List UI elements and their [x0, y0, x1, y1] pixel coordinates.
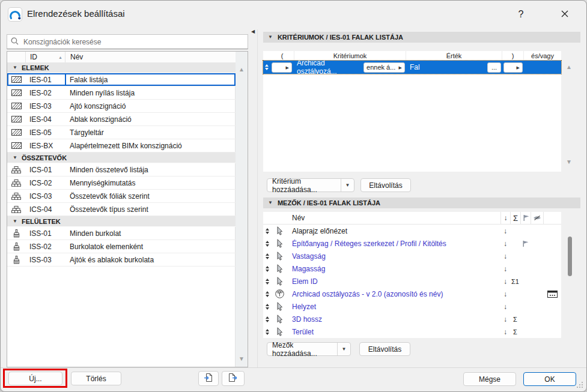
column-name[interactable]: Név	[65, 53, 236, 61]
drag-handle-icon[interactable]	[263, 228, 272, 234]
condition-dropdown[interactable]: ennek á... ▶	[363, 62, 405, 73]
criteria-row[interactable]: ▶ Archicad osztályozá... ennek á... ▶ Fa…	[263, 61, 561, 74]
delete-button[interactable]: Törlés	[71, 372, 121, 385]
sort-down-icon[interactable]: ↓	[500, 250, 510, 262]
flag-cell[interactable]	[520, 325, 531, 338]
value-text[interactable]: Fal	[410, 63, 420, 71]
list-item[interactable]: ICS-02 Mennyiségkimutatás	[7, 176, 236, 190]
resize-grip[interactable]	[576, 381, 583, 388]
scroll-up-icon[interactable]: ▲	[239, 67, 245, 73]
hidden-cell[interactable]	[531, 275, 543, 288]
list-item[interactable]: ISS-01 Minden burkolat	[7, 227, 236, 240]
sum-cell[interactable]	[510, 288, 520, 300]
remove-criterion-button[interactable]: Eltávolítás	[360, 178, 411, 192]
help-button[interactable]: ?	[511, 5, 531, 23]
display-options-icon[interactable]	[543, 288, 561, 300]
hidden-cell[interactable]	[531, 250, 543, 262]
flag-cell[interactable]	[520, 250, 531, 262]
hidden-cell[interactable]	[531, 225, 543, 237]
sum-cell[interactable]	[510, 225, 520, 237]
list-item[interactable]: IES-BX Alapértelmezett BIMx konszignáció	[7, 139, 236, 152]
list-item[interactable]: ICS-01 Minden összetevő listája	[7, 163, 236, 176]
criterion-value[interactable]: Archicad osztályozá...	[297, 59, 363, 76]
fields-panel-header[interactable]: ▼ MEZŐK / IES-01 FALAK LISTÁJA	[263, 198, 580, 208]
new-button[interactable]: Új...	[8, 372, 62, 385]
options-cell[interactable]	[543, 237, 561, 250]
schedule-list-scroll-gutter[interactable]	[235, 52, 248, 367]
collapse-panel-icon[interactable]: ◀	[251, 29, 255, 34]
list-item[interactable]: ICS-04 Összetevők típus szerint	[7, 203, 236, 216]
sort-down-icon[interactable]: ↓	[500, 237, 510, 250]
flag-cell[interactable]	[520, 262, 531, 275]
hidden-cell[interactable]	[531, 313, 543, 325]
hidden-cell[interactable]	[531, 237, 543, 250]
options-cell[interactable]	[543, 250, 561, 262]
criteria-panel-header[interactable]: ▼ KRITÉRIUMOK / IES-01 FALAK LISTÁJA	[263, 32, 580, 43]
hidden-cell[interactable]	[531, 300, 543, 313]
criteria-scroll-up-icon[interactable]: ▲	[566, 64, 572, 70]
search-input[interactable]	[22, 37, 244, 47]
remove-field-button[interactable]: Eltávolítás	[359, 342, 410, 356]
add-fields-button[interactable]: Mezők hozzáadása... ▼	[267, 342, 351, 356]
more-button[interactable]: ...	[487, 62, 501, 73]
drag-handle-icon[interactable]	[263, 266, 272, 272]
list-item[interactable]: IES-01 Falak listája	[7, 73, 236, 86]
hidden-cell[interactable]	[531, 325, 543, 338]
drag-handle-icon[interactable]	[263, 253, 272, 259]
scroll-down-icon[interactable]: ▼	[239, 356, 245, 362]
sort-down-icon[interactable]: ↓	[500, 313, 510, 325]
sum-cell[interactable]	[510, 300, 520, 313]
list-item[interactable]: ISS-03 Ajtók és ablakok burkolata	[7, 253, 236, 267]
ok-button[interactable]: OK	[523, 372, 576, 386]
cancel-button[interactable]: Mégse	[463, 372, 516, 386]
close-bracket-dropdown[interactable]: ▶	[503, 62, 523, 73]
list-item[interactable]: ICS-03 Összetevők fóliák szerint	[7, 190, 236, 203]
field-row[interactable]: Vastagság ↓	[263, 250, 561, 262]
import-button[interactable]	[198, 371, 219, 386]
drag-handle-icon[interactable]	[263, 329, 272, 335]
flag-cell[interactable]	[520, 300, 531, 313]
export-button[interactable]	[222, 371, 245, 386]
sum-cell[interactable]	[510, 237, 520, 250]
open-bracket-dropdown[interactable]: ▶	[272, 62, 292, 73]
flag-cell[interactable]	[520, 275, 531, 288]
add-fields-dropdown[interactable]: ▼	[338, 343, 350, 355]
field-row[interactable]: Építőanyag / Réteges szerkezet / Profil …	[263, 237, 561, 250]
sum-cell[interactable]	[510, 262, 520, 275]
options-cell[interactable]	[543, 275, 561, 288]
list-item[interactable]: IES-03 Ajtó konszignáció	[7, 100, 236, 113]
fields-scrollbar-thumb[interactable]	[568, 237, 572, 276]
drag-handle-icon[interactable]	[263, 291, 272, 297]
section-elemek[interactable]: ▼ELEMEK	[7, 62, 236, 73]
sum-cell[interactable]: Σ	[510, 313, 520, 325]
column-id[interactable]: ID ▲	[26, 52, 65, 62]
list-item[interactable]: IES-04 Ablak konszignáció	[7, 113, 236, 126]
sort-down-icon[interactable]: ↓	[500, 275, 510, 288]
options-cell[interactable]	[543, 313, 561, 325]
flag-cell[interactable]	[520, 225, 531, 237]
hidden-cell[interactable]	[531, 262, 543, 275]
sum-one-cell[interactable]: Σ1	[510, 275, 520, 288]
sum-cell[interactable]	[510, 250, 520, 262]
list-item[interactable]: IES-05 Tárgyleltár	[7, 126, 236, 139]
field-row[interactable]: Helyzet ↓	[263, 300, 561, 313]
field-row[interactable]: Terület ↓ Σ	[263, 325, 561, 338]
section-feluletek[interactable]: ▼FELÜLETEK	[7, 216, 236, 227]
drag-handle-icon[interactable]	[263, 241, 272, 247]
field-row[interactable]: Magasság ↓	[263, 262, 561, 275]
list-item[interactable]: IES-02 Minden nyílás listája	[7, 86, 236, 100]
list-item[interactable]: ISS-02 Burkolatok elemenként	[7, 240, 236, 253]
options-cell[interactable]	[543, 300, 561, 313]
drag-handle-icon[interactable]	[263, 64, 270, 70]
options-cell[interactable]	[543, 325, 561, 338]
field-row[interactable]: Alaprajz előnézet ↓	[263, 225, 561, 237]
options-cell[interactable]	[543, 225, 561, 237]
panel-divider[interactable]	[257, 29, 258, 367]
add-criterion-dropdown[interactable]: ▼	[341, 179, 354, 191]
close-button[interactable]	[552, 5, 577, 23]
sum-cell[interactable]: Σ	[510, 325, 520, 338]
flag-cell[interactable]	[520, 288, 531, 300]
drag-handle-icon[interactable]	[263, 279, 272, 285]
options-cell[interactable]	[543, 262, 561, 275]
drag-handle-icon[interactable]	[263, 316, 272, 322]
